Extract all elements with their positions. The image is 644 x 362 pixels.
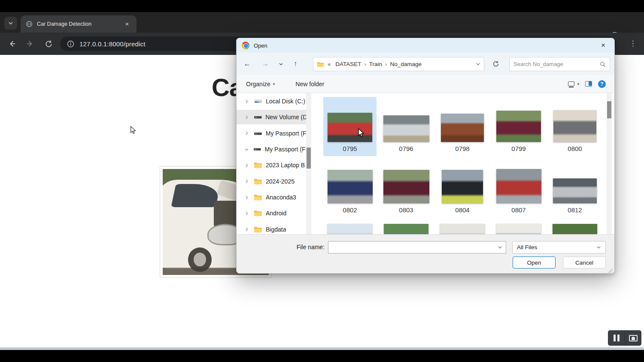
file-thumbnail xyxy=(496,169,541,203)
file-item-0802[interactable]: 0802 xyxy=(323,158,377,217)
nav-recent-button[interactable] xyxy=(275,58,286,69)
file-name-label: File name: xyxy=(271,241,325,253)
chevron-right-icon[interactable] xyxy=(244,226,249,232)
chevron-down-icon[interactable] xyxy=(244,147,249,152)
letterbox-top xyxy=(0,0,644,12)
picture-in-picture-button[interactable] xyxy=(625,330,641,346)
sidebar-item-new-volume-d[interactable]: New Volume (D xyxy=(237,110,306,124)
file-thumbnail xyxy=(328,113,372,142)
chevron-down-icon xyxy=(476,62,480,66)
tab-search-button[interactable] xyxy=(4,17,17,30)
file-name: 0804 xyxy=(455,206,469,214)
chevron-right-icon[interactable] xyxy=(244,130,249,136)
cancel-button[interactable]: Cancel xyxy=(563,256,606,268)
file-item-partial[interactable] xyxy=(380,220,433,234)
dialog-titlebar[interactable]: Open × xyxy=(237,38,614,53)
sidebar-item-label: Bigdata xyxy=(266,226,286,233)
search-input[interactable]: Search No_damage xyxy=(509,57,610,71)
preview-pane-button[interactable] xyxy=(585,81,592,87)
picture-in-picture-icon xyxy=(629,335,638,341)
folder-tree: Local Disk (C:)New Volume (DMy Passport … xyxy=(237,93,306,234)
sidebar-scrollbar[interactable] xyxy=(306,93,311,234)
breadcrumb-segment[interactable]: DATASET xyxy=(332,61,364,67)
back-button[interactable] xyxy=(7,39,17,49)
nav-forward-button[interactable]: → xyxy=(260,58,271,69)
file-item-0807[interactable]: 0807 xyxy=(492,158,545,217)
tab-strip: Car Damage Detection × + – × xyxy=(0,12,644,33)
file-thumbnail xyxy=(328,170,373,203)
open-button[interactable]: Open xyxy=(513,256,556,268)
reload-button[interactable] xyxy=(43,39,54,49)
tab-close-icon[interactable]: × xyxy=(123,20,131,28)
file-item-0796[interactable]: 0796 xyxy=(380,97,433,156)
sidebar-item-bigdata[interactable]: Bigdata xyxy=(237,222,306,234)
chrome-logo-icon xyxy=(242,42,249,49)
chevron-right-icon[interactable] xyxy=(244,163,249,168)
browser-tab[interactable]: Car Damage Detection × xyxy=(21,15,137,33)
help-button[interactable]: ? xyxy=(598,80,606,88)
file-type-select[interactable]: All Files xyxy=(512,241,606,253)
refresh-button[interactable] xyxy=(490,58,502,70)
sidebar-item-label: 2023 Laptop B xyxy=(266,162,305,169)
file-item-0795[interactable]: 0795 xyxy=(323,97,377,156)
mouse-cursor xyxy=(358,128,365,138)
sidebar-item-my-passport-f[interactable]: My Passport (F:) xyxy=(237,142,306,157)
sidebar-item-label: My Passport (F xyxy=(266,130,306,137)
file-item-partial[interactable] xyxy=(323,220,377,234)
chevron-right-icon[interactable] xyxy=(244,115,249,120)
folder-icon xyxy=(254,210,262,217)
breadcrumb-collapsed-marker[interactable]: « xyxy=(328,61,331,67)
breadcrumb-dropdown-button[interactable] xyxy=(476,62,480,66)
nav-up-button[interactable]: ↑ xyxy=(290,58,301,69)
folder-icon xyxy=(254,178,262,185)
file-name-input[interactable] xyxy=(328,241,506,253)
file-thumbnail xyxy=(496,224,541,234)
sidebar-item-2023-laptop-b[interactable]: 2023 Laptop B xyxy=(237,158,306,172)
thumbnail-view-icon xyxy=(568,81,574,86)
sidebar-item-local-disk-c[interactable]: Local Disk (C:) xyxy=(237,94,306,109)
chevron-right-icon[interactable] xyxy=(244,99,249,104)
file-item-0799[interactable]: 0799 xyxy=(492,97,545,156)
scrollbar-thumb[interactable] xyxy=(307,148,311,169)
chevron-right-icon[interactable] xyxy=(244,211,249,216)
chevron-down-icon xyxy=(596,245,601,250)
mouse-cursor xyxy=(130,126,137,135)
forward-icon xyxy=(26,39,34,48)
nav-back-button[interactable]: ← xyxy=(242,58,253,69)
breadcrumb-segment[interactable]: Train xyxy=(366,61,385,67)
sidebar-item-label: Local Disk (C:) xyxy=(266,98,305,105)
pause-button[interactable] xyxy=(608,330,625,346)
file-grid: 0795079607980799080008020803080408070812 xyxy=(314,93,606,234)
file-item-0812[interactable]: 0812 xyxy=(548,158,601,217)
sidebar-item-android[interactable]: Android xyxy=(237,206,306,220)
file-name: 0800 xyxy=(568,145,582,153)
sidebar-item-anaconda3[interactable]: Anaconda3 xyxy=(237,190,306,205)
view-mode-button[interactable]: ▾ xyxy=(568,81,579,86)
sidebar-item-label: New Volume (D xyxy=(265,114,306,121)
sidebar-item-2024-2025[interactable]: 2024-2025 xyxy=(237,174,306,189)
breadcrumb[interactable]: « DATASET›Train›No_damage xyxy=(313,57,484,71)
chevron-right-icon[interactable] xyxy=(244,195,249,200)
file-item-0798[interactable]: 0798 xyxy=(436,97,489,156)
organize-button[interactable]: Organize ▾ xyxy=(246,81,275,87)
new-folder-label: New folder xyxy=(295,81,324,87)
file-item-0803[interactable]: 0803 xyxy=(380,158,433,217)
browser-menu-button[interactable]: ⋮ xyxy=(628,39,638,49)
chevron-right-icon[interactable] xyxy=(244,178,249,184)
resize-grip[interactable] xyxy=(608,268,613,273)
file-item-0800[interactable]: 0800 xyxy=(548,97,601,156)
file-item-0804[interactable]: 0804 xyxy=(436,158,489,217)
filelist-scrollbar[interactable] xyxy=(607,93,612,234)
file-item-partial[interactable] xyxy=(436,220,489,234)
file-item-partial[interactable] xyxy=(492,220,545,234)
caret-down-icon: ▾ xyxy=(577,82,579,86)
breadcrumb-segment[interactable]: No_damage xyxy=(387,61,425,67)
forward-button[interactable] xyxy=(25,39,35,49)
dialog-close-button[interactable]: × xyxy=(597,41,609,50)
file-item-partial[interactable] xyxy=(548,220,601,234)
reload-icon xyxy=(45,40,53,48)
sidebar-item-my-passport-f[interactable]: My Passport (F xyxy=(237,126,306,141)
scrollbar-thumb[interactable] xyxy=(607,101,611,118)
new-folder-button[interactable]: New folder xyxy=(295,81,324,87)
file-thumbnail xyxy=(442,170,483,203)
